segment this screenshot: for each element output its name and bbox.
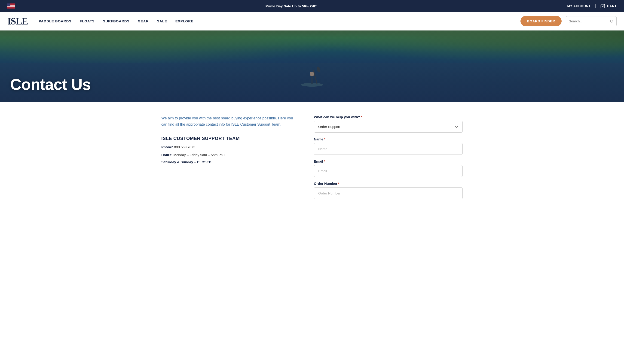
search-area[interactable]: [566, 16, 617, 26]
help-topic-select[interactable]: Order Support General Inquiry Product Qu…: [314, 121, 463, 133]
promo-text: Prime Day Sale Up to 50% Off*: [15, 4, 567, 8]
svg-rect-12: [311, 75, 313, 84]
name-group: Name*: [314, 137, 463, 155]
hours-detail: Hours: Monday – Friday 9am – 5pm PST: [161, 152, 295, 158]
top-right-links: MY ACCOUNT | CART: [567, 3, 617, 9]
svg-point-9: [610, 20, 613, 22]
email-input[interactable]: [314, 165, 463, 177]
support-heading: ISLE CUSTOMER SUPPORT TEAM: [161, 136, 295, 141]
us-flag-icon: [7, 3, 15, 9]
phone-number[interactable]: 888.569.7873: [174, 145, 195, 149]
hours-value: Monday – Friday 9am – 5pm PST: [174, 153, 225, 157]
cart-icon: [600, 3, 605, 9]
site-logo[interactable]: ISLE: [7, 16, 28, 26]
email-label: Email*: [314, 159, 463, 163]
nav-sale[interactable]: SALE: [157, 19, 167, 23]
cart-link[interactable]: CART: [600, 3, 617, 9]
help-label: What can we help you with?*: [314, 115, 463, 119]
main-content: We aim to provide you with the best boar…: [150, 102, 474, 222]
name-input[interactable]: [314, 143, 463, 155]
closed-text: Saturday & Sunday – CLOSED: [161, 160, 295, 164]
svg-rect-7: [7, 3, 10, 6]
top-banner: Prime Day Sale Up to 50% Off* MY ACCOUNT…: [0, 0, 624, 12]
flag-area: [7, 3, 15, 9]
hero-background: [0, 30, 624, 102]
required-star-name: *: [324, 137, 325, 141]
order-number-label: Order Number*: [314, 182, 463, 186]
required-star-help: *: [361, 115, 362, 119]
nav-paddle-boards[interactable]: PADDLE BOARDS: [39, 19, 71, 23]
nav-links: PADDLE BOARDS FLOATS SURFBOARDS GEAR SAL…: [39, 19, 515, 23]
divider: |: [595, 4, 596, 9]
search-input[interactable]: [569, 19, 610, 23]
nav-gear[interactable]: GEAR: [138, 19, 149, 23]
svg-rect-4: [7, 6, 15, 7]
nav-explore[interactable]: EXPLORE: [175, 19, 193, 23]
email-group: Email*: [314, 159, 463, 177]
order-number-group: Order Number*: [314, 182, 463, 199]
svg-rect-14: [313, 70, 318, 85]
required-star-email: *: [324, 159, 325, 163]
phone-detail: Phone: 888.569.7873: [161, 144, 295, 150]
left-column: We aim to provide you with the best boar…: [161, 115, 295, 204]
paddleboarder-svg: [298, 63, 326, 88]
search-icon: [610, 19, 614, 23]
svg-rect-5: [7, 7, 15, 7]
intro-paragraph: We aim to provide you with the best boar…: [161, 115, 295, 127]
my-account-link[interactable]: MY ACCOUNT: [567, 4, 591, 8]
contact-form: What can we help you with?* Order Suppor…: [314, 115, 463, 204]
required-star-order: *: [338, 182, 339, 186]
board-finder-button[interactable]: BOARD FINDER: [520, 16, 562, 26]
order-number-input[interactable]: [314, 187, 463, 199]
svg-line-10: [612, 22, 613, 23]
main-nav: ISLE PADDLE BOARDS FLOATS SURFBOARDS GEA…: [0, 12, 624, 30]
nav-surfboards[interactable]: SURFBOARDS: [103, 19, 130, 23]
help-topic-group: What can we help you with?* Order Suppor…: [314, 115, 463, 133]
nav-floats[interactable]: FLOATS: [80, 19, 95, 23]
svg-rect-6: [7, 8, 15, 8]
svg-point-15: [316, 66, 321, 73]
hero-title: Contact Us: [10, 75, 91, 93]
phone-label: Phone:: [161, 145, 173, 149]
hours-label: Hours:: [161, 153, 172, 157]
name-label: Name*: [314, 137, 463, 141]
hero-section: Contact Us: [0, 30, 624, 102]
cart-label: CART: [607, 4, 617, 8]
